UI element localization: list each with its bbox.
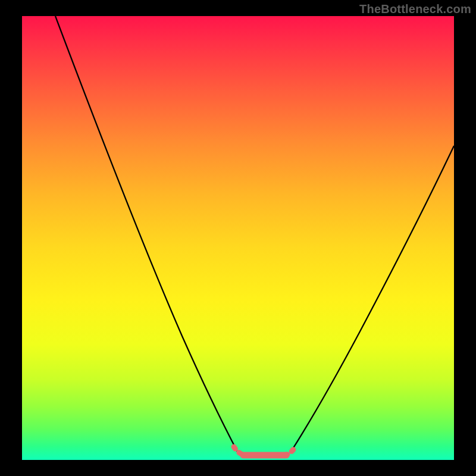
highlight-left-end: [234, 447, 245, 455]
highlight-right-end: [285, 446, 296, 455]
watermark-text: TheBottleneck.com: [359, 2, 471, 16]
chart-svg: [22, 16, 454, 460]
left-curve: [55, 16, 237, 452]
chart-area: [22, 16, 454, 460]
right-curve: [291, 146, 454, 452]
